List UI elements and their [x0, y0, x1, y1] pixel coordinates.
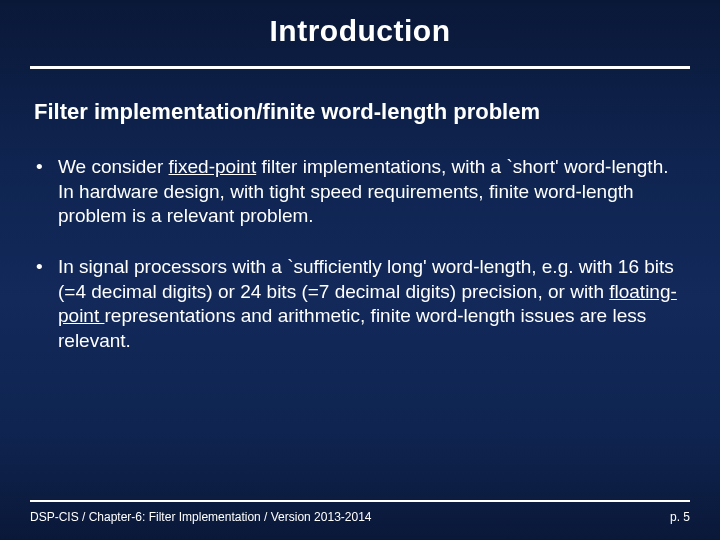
bullet-list: We consider fixed-point filter implement… — [0, 133, 720, 354]
bullet-text: representations and arithmetic, finite w… — [58, 305, 646, 351]
underlined-term: fixed-point — [169, 156, 257, 177]
bullet-text: In signal processors with a `sufficientl… — [58, 256, 674, 302]
bullet-text: filter implementations, with a `short' w… — [256, 156, 668, 177]
footer-left: DSP-CIS / Chapter-6: Filter Implementati… — [30, 510, 372, 524]
slide-subtitle: Filter implementation/finite word-length… — [0, 69, 720, 133]
list-item: In signal processors with a `sufficientl… — [34, 255, 686, 354]
slide-footer: DSP-CIS / Chapter-6: Filter Implementati… — [30, 500, 690, 524]
bullet-text: We consider — [58, 156, 169, 177]
footer-row: DSP-CIS / Chapter-6: Filter Implementati… — [30, 510, 690, 524]
bullet-text: In hardware design, with tight speed req… — [58, 181, 634, 227]
slide-title: Introduction — [0, 0, 720, 48]
footer-divider — [30, 500, 690, 502]
list-item: We consider fixed-point filter implement… — [34, 155, 686, 229]
page-number: p. 5 — [670, 510, 690, 524]
